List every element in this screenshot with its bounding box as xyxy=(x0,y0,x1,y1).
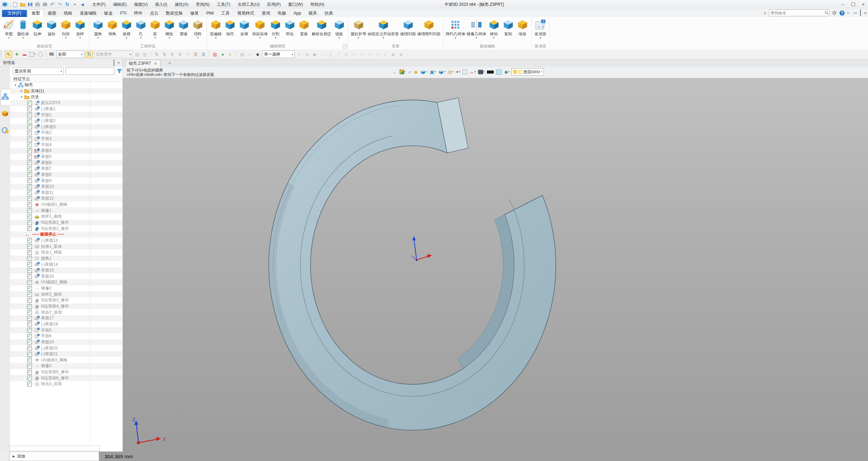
tool-面偏移[interactable]: 面偏移 ▾ xyxy=(209,18,223,40)
menu-item-5[interactable]: 查询(N) xyxy=(192,0,213,9)
manager-close-icon[interactable]: × xyxy=(117,61,120,65)
tool-移动[interactable]: 移动 ▾ xyxy=(487,18,501,40)
tree-item-拉伸1_基体[interactable]: ✓ 拉伸1_基体 xyxy=(10,243,122,249)
pick-gear-icon[interactable]: ⊛ xyxy=(304,51,310,58)
tool-解析自相交[interactable]: 解析自相交 ▾ xyxy=(311,18,332,40)
tree-node-root[interactable]: ▾蜗壳 xyxy=(10,82,122,88)
restore-button[interactable] xyxy=(850,1,856,7)
tool-置换[interactable]: 置换 ▾ xyxy=(297,18,311,40)
layer-combo[interactable]: 图层0000 ▾ xyxy=(511,68,544,76)
document-tab[interactable]: 蜗壳.Z3PRT ✕ xyxy=(126,60,161,67)
ribbon-tab-查询[interactable]: 查询 xyxy=(258,10,274,17)
ribbon-tab-修复[interactable]: 修复 xyxy=(187,10,203,17)
tool-缠绕阵列到面[interactable]: 缠绕阵列到面 ▾ xyxy=(417,18,441,40)
item-checkbox[interactable]: ✓ xyxy=(27,352,32,357)
tool-dropdown-孔[interactable]: ▾ xyxy=(140,36,141,40)
new-doc-icon[interactable] xyxy=(12,2,18,7)
model-canvas[interactable]: Z X xyxy=(123,78,868,452)
tool-镶嵌[interactable]: 镶嵌 ▾ xyxy=(332,18,346,40)
ribbon-tab-模具[interactable]: 模具 xyxy=(305,10,321,17)
iso-view-icon[interactable]: ▾ xyxy=(419,68,428,76)
tool-抽壳[interactable]: 抽壳 ▾ xyxy=(223,18,237,40)
section-view-icon[interactable]: ◆▾ xyxy=(504,68,510,76)
doc-restore-button[interactable] xyxy=(860,10,861,16)
ribbon-tab-点云[interactable]: 点云 xyxy=(146,10,162,17)
menu-item-0[interactable]: 文件(F) xyxy=(89,0,109,9)
item-checkbox[interactable]: ✓ xyxy=(27,280,32,285)
tree-item-UV曲面3_网格[interactable]: ✓ UV曲面3_网格 xyxy=(10,357,122,363)
item-checkbox[interactable]: ✓ xyxy=(27,382,32,386)
tool-分割[interactable]: 分割 ▾ xyxy=(268,18,283,40)
tree-item-N边形面5_修补[interactable]: ✓ N N边形面5_修补 xyxy=(10,369,122,375)
tree-item-草图5[interactable]: ✓ 草图5 xyxy=(10,154,122,160)
tool-唇缘[interactable]: 唇缘 ▾ xyxy=(176,18,191,40)
item-checkbox[interactable]: ✓ xyxy=(27,142,32,147)
command-search-input[interactable] xyxy=(769,11,824,15)
ribbon-collapse-icon[interactable]: ∧ xyxy=(764,11,766,15)
tool-dropdown-筋[interactable]: ▾ xyxy=(154,36,156,40)
zoom-window-icon[interactable] xyxy=(462,68,468,76)
print-icon[interactable] xyxy=(35,2,40,7)
item-checkbox[interactable]: ✓ xyxy=(27,364,32,368)
tree-filter-funnel-icon[interactable] xyxy=(116,68,122,74)
tool-筋[interactable]: 筋 ▾ xyxy=(148,18,162,40)
ribbon-tab-数据交换[interactable]: 数据交换 xyxy=(162,10,187,17)
tool-圆柱体[interactable]: 圆柱体 ▾ xyxy=(16,18,30,40)
tool-拉伸[interactable]: 拉伸 ▾ xyxy=(30,18,44,40)
tree-item-平面3[interactable]: ✓ 1 平面3 xyxy=(10,136,122,142)
pick-play-icon[interactable]: ▶ xyxy=(312,51,318,58)
swatch-icon[interactable] xyxy=(495,68,503,76)
assembly-filter-combo[interactable]: 仅有零件▾ xyxy=(94,51,133,58)
menu-item-7[interactable]: 实用工具(U) xyxy=(234,0,264,9)
tree-item-草图11[interactable]: ✓ 1 草图11 xyxy=(10,190,122,196)
display-config-icon[interactable]: ▾ xyxy=(477,68,486,76)
tool-放样[interactable]: 放样 ▾ xyxy=(73,18,87,40)
item-checkbox[interactable]: ✓ xyxy=(27,286,32,291)
appearance-icon[interactable]: ▾ xyxy=(399,68,407,76)
tool-dropdown-基准面[interactable]: ▾ xyxy=(540,36,541,40)
item-checkbox[interactable]: ✓ xyxy=(27,304,32,309)
tree-node-solids[interactable]: ▸实体(1) xyxy=(10,88,122,94)
lasso-select-icon[interactable] xyxy=(37,51,43,58)
ribbon-tab-视觉样式[interactable]: 视觉样式 xyxy=(233,10,258,17)
tree-item-N边形面1_修补[interactable]: ✓ N N边形面1_修补 xyxy=(10,220,122,226)
tool-dropdown-镜像几何体[interactable]: ▾ xyxy=(476,36,477,40)
tool-圆角[interactable]: 圆角 ▾ xyxy=(91,18,105,40)
pick-edge-icon[interactable]: ╱ xyxy=(382,51,389,58)
tree-item-UV曲面2_网格[interactable]: ✓ UV曲面2_网格 xyxy=(10,279,122,285)
tree-item-(-)草图20[interactable]: ✓ 1 (-)草图20 xyxy=(10,345,122,351)
compass-icon[interactable]: ◎ xyxy=(239,51,245,58)
cursor-ghost-icon[interactable]: ↖ xyxy=(185,51,191,58)
tab-file[interactable]: 文件(F) xyxy=(2,10,27,17)
item-checkbox[interactable]: ✓ xyxy=(27,274,32,279)
tool-缩放[interactable]: 缩放 ▾ xyxy=(515,18,530,40)
tool-dropdown-移动[interactable]: ▾ xyxy=(493,36,494,40)
tree-item-平面1[interactable]: ✓ 1 平面1 xyxy=(10,112,122,118)
minimize-button[interactable]: ─ xyxy=(839,1,846,7)
tree-item-放样1_曲面[interactable]: ✓ 放样1_曲面 xyxy=(10,214,122,220)
tree-item-N边形面3_修补[interactable]: ✓ N N边形面3_修补 xyxy=(10,297,122,303)
tool-dropdown-扫掠[interactable]: ▾ xyxy=(65,36,67,40)
tool-dropdown-添加实体[interactable]: ▾ xyxy=(259,36,261,40)
item-checkbox[interactable]: ✓ xyxy=(27,316,32,321)
exit-view-icon[interactable]: ← xyxy=(392,68,398,76)
item-checkbox[interactable]: ✓ xyxy=(27,172,32,177)
tree-item-N边形面4_修补[interactable]: ✓ N N边形面4_修补 xyxy=(10,303,122,309)
ribbon-tab-工具[interactable]: 工具 xyxy=(218,10,233,17)
item-checkbox[interactable]: ✓ xyxy=(27,190,32,195)
pick-icon[interactable]: ↖ xyxy=(5,51,12,58)
pick-segment-icon[interactable]: ╱ xyxy=(335,51,342,58)
settings-gear-icon[interactable] xyxy=(832,11,837,15)
ribbon-tab-直接编辑[interactable]: 直接编辑 xyxy=(76,10,100,17)
pick-mode-combo[interactable]: 单一选择▾ xyxy=(262,51,295,58)
undo-icon[interactable]: ↶ xyxy=(50,2,55,7)
item-checkbox[interactable]: ✓ xyxy=(27,214,32,219)
tool-dropdown-圆角[interactable]: ▾ xyxy=(97,36,99,40)
pick-points-icon[interactable]: ∴ xyxy=(320,51,326,58)
shade-mode-icon[interactable]: ▾ xyxy=(437,68,446,76)
ribbon-tab-FTI[interactable]: FTI xyxy=(116,10,130,17)
tool-dropdown-草图[interactable]: ▾ xyxy=(8,36,10,40)
target-ring-icon[interactable]: ◎▾ xyxy=(447,68,454,76)
caret-root[interactable]: ▾ xyxy=(14,83,17,87)
measure-icon[interactable]: ↔▾ xyxy=(469,68,476,76)
